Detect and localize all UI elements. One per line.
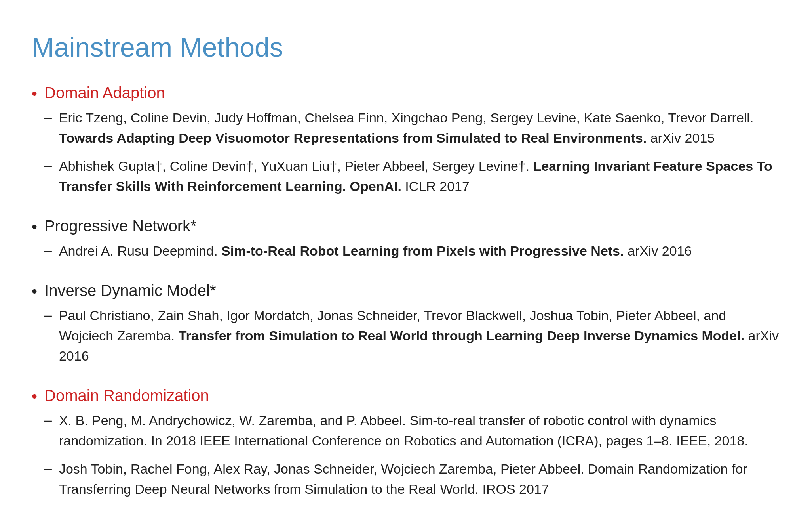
dash-icon: – [44,459,52,478]
section-label-2: Inverse Dynamic Model* [44,282,216,299]
section-item-0: •Domain Adaption–Eric Tzeng, Coline Devi… [32,82,780,204]
bullet-icon: • [32,282,37,301]
section-item-2: •Inverse Dynamic Model*–Paul Christiano,… [32,280,780,374]
section-item-1: •Progressive Network*–Andrei A. Rusu Dee… [32,216,780,269]
sub-list-1: –Andrei A. Rusu Deepmind. Sim-to-Real Ro… [44,241,780,261]
section-label-0: Domain Adaption [44,84,165,101]
ref-item-1-0: –Andrei A. Rusu Deepmind. Sim-to-Real Ro… [44,241,780,261]
dash-icon: – [44,306,52,325]
bullet-icon: • [32,217,37,236]
dash-icon: – [44,411,52,430]
ref-item-3-0: –X. B. Peng, M. Andrychowicz, W. Zaremba… [44,411,780,451]
main-list: •Domain Adaption–Eric Tzeng, Coline Devi… [32,82,780,507]
ref-item-0-0: –Eric Tzeng, Coline Devin, Judy Hoffman,… [44,108,780,148]
page-title: Mainstream Methods [32,32,780,63]
ref-text-3-1: Josh Tobin, Rachel Fong, Alex Ray, Jonas… [59,459,780,499]
sub-list-3: –X. B. Peng, M. Andrychowicz, W. Zaremba… [44,411,780,499]
bullet-icon: • [32,84,37,103]
ref-text-0-1: Abhishek Gupta†, Coline Devin†, YuXuan L… [59,156,780,197]
ref-text-0-0: Eric Tzeng, Coline Devin, Judy Hoffman, … [59,108,780,148]
section-content-0: Domain Adaption–Eric Tzeng, Coline Devin… [44,82,780,204]
section-content-3: Domain Randomization–X. B. Peng, M. Andr… [44,385,780,507]
ref-item-3-1: –Josh Tobin, Rachel Fong, Alex Ray, Jona… [44,459,780,499]
section-label-3: Domain Randomization [44,387,209,404]
ref-item-2-0: –Paul Christiano, Zain Shah, Igor Mordat… [44,306,780,366]
dash-icon: – [44,108,52,127]
sub-list-0: –Eric Tzeng, Coline Devin, Judy Hoffman,… [44,108,780,197]
ref-text-3-0: X. B. Peng, M. Andrychowicz, W. Zaremba,… [59,411,780,451]
section-content-1: Progressive Network*–Andrei A. Rusu Deep… [44,216,780,269]
sub-list-2: –Paul Christiano, Zain Shah, Igor Mordat… [44,306,780,366]
dash-icon: – [44,241,52,260]
section-label-1: Progressive Network* [44,217,197,235]
dash-icon: – [44,156,52,175]
bullet-icon: • [32,387,37,406]
ref-item-0-1: –Abhishek Gupta†, Coline Devin†, YuXuan … [44,156,780,197]
ref-text-2-0: Paul Christiano, Zain Shah, Igor Mordatc… [59,306,780,366]
section-item-3: •Domain Randomization–X. B. Peng, M. And… [32,385,780,507]
ref-text-1-0: Andrei A. Rusu Deepmind. Sim-to-Real Rob… [59,241,692,261]
section-content-2: Inverse Dynamic Model*–Paul Christiano, … [44,280,780,374]
